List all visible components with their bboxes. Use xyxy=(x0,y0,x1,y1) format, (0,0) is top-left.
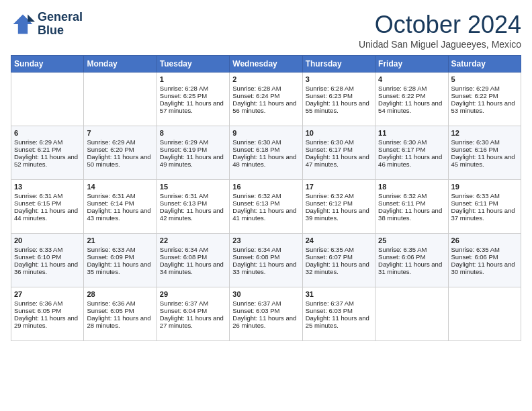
sunset-text: Sunset: 6:19 PM xyxy=(160,146,226,153)
sunset-text: Sunset: 6:25 PM xyxy=(160,92,226,99)
sunset-text: Sunset: 6:11 PM xyxy=(451,199,518,207)
calendar-cell xyxy=(84,73,157,126)
calendar-cell: 22Sunrise: 6:34 AMSunset: 6:08 PMDayligh… xyxy=(157,234,229,287)
calendar-cell: 9Sunrise: 6:30 AMSunset: 6:18 PMDaylight… xyxy=(230,126,302,180)
sunset-text: Sunset: 6:18 PM xyxy=(232,146,299,153)
sunset-text: Sunset: 6:08 PM xyxy=(232,253,299,261)
sunset-text: Sunset: 6:07 PM xyxy=(306,253,372,261)
calendar-cell: 18Sunrise: 6:32 AMSunset: 6:11 PMDayligh… xyxy=(375,180,448,234)
day-number: 9 xyxy=(232,129,299,137)
sunrise-text: Sunrise: 6:28 AM xyxy=(306,85,372,92)
calendar-week-row: 20Sunrise: 6:33 AMSunset: 6:10 PMDayligh… xyxy=(11,234,521,287)
daylight-text: Daylight: 11 hours and 35 minutes. xyxy=(87,261,153,275)
sunset-text: Sunset: 6:24 PM xyxy=(232,92,299,99)
day-of-week-header: Thursday xyxy=(302,56,375,73)
svg-marker-1 xyxy=(28,14,35,21)
daylight-text: Daylight: 11 hours and 44 minutes. xyxy=(14,207,81,222)
sunset-text: Sunset: 6:10 PM xyxy=(14,253,81,261)
calendar-cell: 30Sunrise: 6:37 AMSunset: 6:03 PMDayligh… xyxy=(230,287,302,341)
sunrise-text: Sunrise: 6:30 AM xyxy=(306,138,372,146)
daylight-text: Daylight: 11 hours and 30 minutes. xyxy=(451,261,518,275)
sunset-text: Sunset: 6:09 PM xyxy=(87,253,153,261)
day-number: 24 xyxy=(306,236,372,244)
day-of-week-header: Saturday xyxy=(448,56,521,73)
calendar-cell xyxy=(375,287,448,341)
daylight-text: Daylight: 11 hours and 28 minutes. xyxy=(87,314,153,329)
sunrise-text: Sunrise: 6:32 AM xyxy=(378,192,445,199)
sunset-text: Sunset: 6:12 PM xyxy=(306,199,372,207)
calendar-cell: 11Sunrise: 6:30 AMSunset: 6:17 PMDayligh… xyxy=(375,126,448,180)
calendar-table: SundayMondayTuesdayWednesdayThursdayFrid… xyxy=(11,55,521,341)
sunrise-text: Sunrise: 6:29 AM xyxy=(451,85,518,92)
logo: General Blue xyxy=(11,11,83,38)
day-of-week-header: Tuesday xyxy=(157,56,229,73)
sunset-text: Sunset: 6:04 PM xyxy=(160,307,226,314)
calendar-cell: 13Sunrise: 6:31 AMSunset: 6:15 PMDayligh… xyxy=(11,180,84,234)
day-number: 28 xyxy=(87,290,153,298)
sunrise-text: Sunrise: 6:37 AM xyxy=(160,300,226,307)
sunrise-text: Sunrise: 6:28 AM xyxy=(232,85,299,92)
day-number: 14 xyxy=(87,183,153,191)
calendar-cell: 27Sunrise: 6:36 AMSunset: 6:05 PMDayligh… xyxy=(11,287,84,341)
day-number: 21 xyxy=(87,236,153,244)
daylight-text: Daylight: 11 hours and 55 minutes. xyxy=(306,99,372,114)
sunset-text: Sunset: 6:22 PM xyxy=(378,92,445,99)
calendar-cell xyxy=(448,287,521,341)
logo-icon xyxy=(11,12,35,36)
calendar-header-row: SundayMondayTuesdayWednesdayThursdayFrid… xyxy=(11,56,521,73)
day-number: 11 xyxy=(378,129,445,137)
day-number: 6 xyxy=(14,129,81,137)
calendar-cell: 8Sunrise: 6:29 AMSunset: 6:19 PMDaylight… xyxy=(157,126,229,180)
sunset-text: Sunset: 6:23 PM xyxy=(306,92,372,99)
day-number: 1 xyxy=(160,75,226,83)
day-number: 5 xyxy=(451,75,518,83)
daylight-text: Daylight: 11 hours and 38 minutes. xyxy=(378,207,445,222)
sunrise-text: Sunrise: 6:35 AM xyxy=(378,246,445,253)
day-number: 19 xyxy=(451,183,518,191)
sunrise-text: Sunrise: 6:30 AM xyxy=(378,138,445,146)
calendar-cell: 7Sunrise: 6:29 AMSunset: 6:20 PMDaylight… xyxy=(84,126,157,180)
day-number: 10 xyxy=(306,129,372,137)
sunrise-text: Sunrise: 6:31 AM xyxy=(14,192,81,199)
sunrise-text: Sunrise: 6:34 AM xyxy=(232,246,299,253)
sunset-text: Sunset: 6:06 PM xyxy=(378,253,445,261)
calendar-cell: 29Sunrise: 6:37 AMSunset: 6:04 PMDayligh… xyxy=(157,287,229,341)
daylight-text: Daylight: 11 hours and 56 minutes. xyxy=(232,99,299,114)
daylight-text: Daylight: 11 hours and 27 minutes. xyxy=(160,314,226,329)
day-number: 12 xyxy=(451,129,518,137)
calendar-week-row: 13Sunrise: 6:31 AMSunset: 6:15 PMDayligh… xyxy=(11,180,521,234)
calendar-cell: 24Sunrise: 6:35 AMSunset: 6:07 PMDayligh… xyxy=(302,234,375,287)
daylight-text: Daylight: 11 hours and 45 minutes. xyxy=(451,153,518,168)
daylight-text: Daylight: 11 hours and 42 minutes. xyxy=(160,207,226,222)
sunrise-text: Sunrise: 6:29 AM xyxy=(160,138,226,146)
day-number: 27 xyxy=(14,290,81,298)
day-of-week-header: Friday xyxy=(375,56,448,73)
day-number: 30 xyxy=(232,290,299,298)
day-number: 31 xyxy=(306,290,372,298)
title-block: October 2024 Unidad San Miguel Jagueeyes… xyxy=(359,11,521,50)
day-number: 20 xyxy=(14,236,81,244)
daylight-text: Daylight: 11 hours and 33 minutes. xyxy=(232,261,299,275)
calendar-cell: 4Sunrise: 6:28 AMSunset: 6:22 PMDaylight… xyxy=(375,73,448,126)
sunset-text: Sunset: 6:21 PM xyxy=(14,146,81,153)
sunrise-text: Sunrise: 6:30 AM xyxy=(451,138,518,146)
sunrise-text: Sunrise: 6:34 AM xyxy=(160,246,226,253)
sunset-text: Sunset: 6:03 PM xyxy=(306,307,372,314)
calendar-cell: 25Sunrise: 6:35 AMSunset: 6:06 PMDayligh… xyxy=(375,234,448,287)
calendar-cell: 10Sunrise: 6:30 AMSunset: 6:17 PMDayligh… xyxy=(302,126,375,180)
sunset-text: Sunset: 6:22 PM xyxy=(451,92,518,99)
sunrise-text: Sunrise: 6:37 AM xyxy=(306,300,372,307)
day-number: 23 xyxy=(232,236,299,244)
calendar-cell: 16Sunrise: 6:32 AMSunset: 6:13 PMDayligh… xyxy=(230,180,302,234)
day-number: 16 xyxy=(232,183,299,191)
daylight-text: Daylight: 11 hours and 26 minutes. xyxy=(232,314,299,329)
day-of-week-header: Sunday xyxy=(11,56,84,73)
calendar-cell: 3Sunrise: 6:28 AMSunset: 6:23 PMDaylight… xyxy=(302,73,375,126)
day-number: 8 xyxy=(160,129,226,137)
calendar-cell: 28Sunrise: 6:36 AMSunset: 6:05 PMDayligh… xyxy=(84,287,157,341)
sunrise-text: Sunrise: 6:33 AM xyxy=(451,192,518,199)
sunrise-text: Sunrise: 6:35 AM xyxy=(451,246,518,253)
day-number: 18 xyxy=(378,183,445,191)
calendar-cell: 17Sunrise: 6:32 AMSunset: 6:12 PMDayligh… xyxy=(302,180,375,234)
sunrise-text: Sunrise: 6:29 AM xyxy=(87,138,153,146)
